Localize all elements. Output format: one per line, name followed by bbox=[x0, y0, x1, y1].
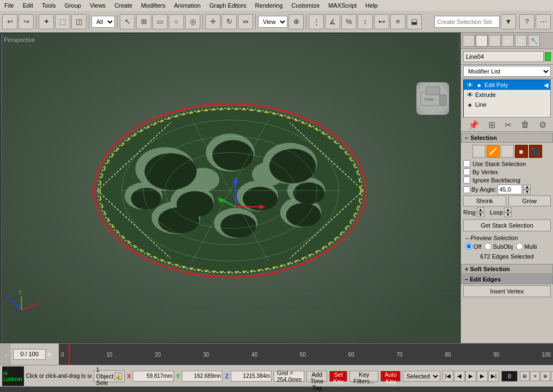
preview-multi-radio[interactable] bbox=[516, 243, 523, 250]
menu-customize[interactable]: Customize bbox=[287, 2, 324, 9]
select-object-button[interactable]: ✦ bbox=[39, 14, 54, 29]
menu-group[interactable]: Group bbox=[60, 2, 85, 9]
menu-graph-editors[interactable]: Graph Editors bbox=[205, 2, 251, 9]
stack-item-line[interactable]: ■ Line bbox=[464, 100, 550, 109]
vertex-icon[interactable]: · bbox=[472, 145, 486, 158]
preview-off-radio[interactable] bbox=[465, 243, 472, 250]
rotate-btn[interactable]: ↻ bbox=[222, 14, 237, 29]
window-crossing-button[interactable]: ◫ bbox=[71, 14, 87, 29]
use-stack-selection-check[interactable] bbox=[463, 160, 470, 167]
mini-listener[interactable]: ni Listener bbox=[2, 366, 24, 386]
auto-key-button[interactable]: Auto Key bbox=[380, 371, 401, 382]
undo-button[interactable]: ↩ bbox=[2, 14, 17, 29]
help-btn[interactable]: ? bbox=[519, 14, 534, 29]
select-name-btn[interactable]: ⊞ bbox=[136, 14, 151, 29]
extra-btn[interactable]: ⋯ bbox=[536, 14, 551, 29]
loop-down-btn[interactable]: ▼ bbox=[504, 212, 512, 217]
ignore-backfacing-check[interactable] bbox=[463, 176, 470, 183]
go-start-btn[interactable]: |◀ bbox=[443, 371, 453, 382]
layer-btn[interactable]: ⬓ bbox=[407, 14, 422, 29]
angle-up-btn[interactable]: ▲ bbox=[523, 185, 531, 189]
loop-up-btn[interactable]: ▲ bbox=[504, 207, 512, 212]
preview-subobj-radio[interactable] bbox=[484, 243, 491, 250]
lock-icon[interactable]: 🔒 bbox=[114, 372, 122, 380]
mini-tool-2[interactable]: ≡ bbox=[530, 371, 540, 381]
next-frame-btn[interactable]: ▶ bbox=[477, 371, 488, 382]
object-name-input[interactable] bbox=[463, 51, 544, 62]
pin-stack-btn[interactable]: 📌 bbox=[468, 120, 479, 130]
ring-up-btn[interactable]: ▲ bbox=[477, 207, 484, 212]
menu-file[interactable]: File bbox=[0, 2, 19, 9]
motion-tab-icon[interactable]: ▶ bbox=[502, 35, 514, 47]
create-tab-icon[interactable]: ✦ bbox=[463, 35, 475, 47]
set-key-button[interactable]: Set Key bbox=[329, 371, 347, 382]
z-coord-input[interactable] bbox=[231, 371, 272, 382]
edit-edges-header[interactable]: – Edit Edges bbox=[461, 274, 553, 284]
circle-select-btn[interactable]: ○ bbox=[169, 14, 184, 29]
timeline-scroll-left[interactable]: ‹ bbox=[0, 344, 11, 365]
pivot-btn[interactable]: ⊕ bbox=[288, 14, 304, 29]
viewport[interactable]: Perspective bbox=[0, 33, 460, 343]
selection-filter-select[interactable]: All bbox=[91, 16, 115, 28]
play-btn[interactable]: ▶ bbox=[465, 371, 476, 382]
snap-toggle-btn[interactable]: ⋮ bbox=[309, 14, 324, 29]
polygon-icon[interactable]: ■ bbox=[515, 145, 528, 158]
align-btn[interactable]: ≡ bbox=[390, 14, 405, 29]
mini-tool-4[interactable]: ✦ bbox=[551, 371, 553, 381]
menu-tools[interactable]: Tools bbox=[38, 2, 60, 9]
menu-rendering[interactable]: Rendering bbox=[251, 2, 287, 9]
ring-down-btn[interactable]: ▼ bbox=[477, 212, 484, 217]
show-result-btn[interactable]: ⊞ bbox=[488, 120, 495, 130]
edge-icon[interactable] bbox=[487, 145, 500, 158]
selection-panel-header[interactable]: – Selection bbox=[461, 133, 553, 143]
soft-selection-header[interactable]: + Soft Selection bbox=[461, 264, 553, 274]
stack-item-extrude[interactable]: 👁 Extrude bbox=[464, 90, 550, 100]
by-angle-input[interactable] bbox=[497, 185, 522, 194]
make-unique-btn[interactable]: ✂ bbox=[505, 120, 512, 130]
menu-maxscript[interactable]: MAXScript bbox=[324, 2, 361, 9]
add-time-tag-button[interactable]: Add Time Tag bbox=[306, 371, 327, 382]
percent-snap-btn[interactable]: % bbox=[341, 14, 357, 29]
current-frame-input[interactable] bbox=[501, 371, 518, 382]
object-color-swatch[interactable] bbox=[545, 52, 551, 61]
timeline-expand-btn[interactable]: ▶ bbox=[48, 351, 59, 358]
angle-snap-btn[interactable]: ∡ bbox=[325, 14, 340, 29]
create-selection-set-input[interactable] bbox=[434, 16, 500, 28]
insert-vertex-button[interactable]: Insert Vertex bbox=[463, 285, 551, 297]
menu-animation[interactable]: Animation bbox=[170, 2, 205, 9]
modifier-list-select[interactable]: Modifier List bbox=[463, 66, 551, 77]
menu-edit[interactable]: Edit bbox=[19, 2, 38, 9]
mini-tool-3[interactable]: ⊕ bbox=[540, 371, 550, 381]
menu-create[interactable]: Create bbox=[110, 2, 137, 9]
get-stack-selection-button[interactable]: Get Stack Selection bbox=[463, 219, 551, 231]
spinner-snap-btn[interactable]: ↕ bbox=[358, 14, 373, 29]
hierarchy-tab-icon[interactable]: ⬡ bbox=[489, 35, 501, 47]
grow-button[interactable]: Grow bbox=[508, 195, 551, 206]
select-btn[interactable]: ↖ bbox=[120, 14, 135, 29]
stack-item-editpoly[interactable]: 👁 ■ Edit Poly ◀ bbox=[464, 80, 550, 90]
mirror-btn[interactable]: ⊷ bbox=[374, 14, 389, 29]
modify-tab-icon[interactable]: ⚙ bbox=[476, 35, 488, 47]
x-coord-input[interactable] bbox=[133, 371, 174, 382]
remove-modifier-btn[interactable]: 🗑 bbox=[521, 120, 530, 130]
display-tab-icon[interactable]: 👁 bbox=[515, 35, 527, 47]
navigation-cube[interactable]: Front bbox=[416, 82, 449, 115]
animation-mode-select[interactable]: Selected bbox=[403, 371, 440, 382]
scale-btn[interactable]: ⇔ bbox=[238, 14, 253, 29]
configure-modifier-btn[interactable]: ⚙ bbox=[539, 120, 546, 130]
mini-tool-1[interactable]: ⊞ bbox=[520, 371, 530, 381]
key-filters-button[interactable]: Key Filters... bbox=[349, 371, 378, 382]
menu-help[interactable]: Help bbox=[361, 2, 382, 9]
timeline-track[interactable]: 0 10 20 30 40 50 60 70 80 90 100 bbox=[59, 344, 553, 365]
redo-button[interactable]: ↪ bbox=[19, 14, 34, 29]
create-sel-dropdown[interactable]: ▼ bbox=[501, 14, 516, 29]
prev-frame-btn[interactable]: ◀ bbox=[454, 371, 465, 382]
menu-views[interactable]: Views bbox=[85, 2, 110, 9]
menu-modifiers[interactable]: Modifiers bbox=[137, 2, 170, 9]
reference-coord-select[interactable]: View bbox=[258, 16, 287, 28]
shrink-button[interactable]: Shrink bbox=[463, 195, 506, 206]
select-region-button[interactable]: ⬚ bbox=[55, 14, 70, 29]
by-angle-check[interactable] bbox=[463, 186, 470, 193]
angle-down-btn[interactable]: ▼ bbox=[523, 189, 531, 194]
move-btn[interactable]: ✛ bbox=[205, 14, 220, 29]
